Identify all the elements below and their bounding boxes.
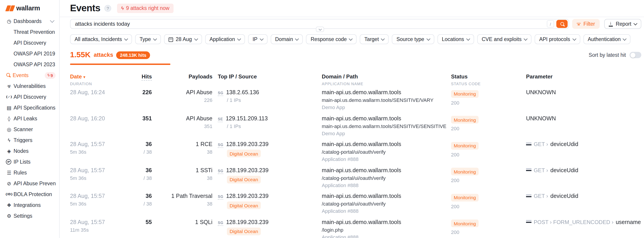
hits-count: 36 (113, 141, 152, 148)
filter-chip-domain[interactable]: Domain (270, 34, 303, 44)
chevron-down-icon (466, 37, 470, 41)
summary-underline (70, 64, 170, 65)
column-header-date[interactable]: Date ▾ DURATION (70, 74, 113, 86)
table-row[interactable]: 28 Aug, 16:24 226 API Abuse 226 SG (70, 89, 641, 115)
sidebar-item-api-abuse-prevention[interactable]: ⊘ API Abuse Prevention (0, 178, 59, 189)
event-duration: 5m 36s (70, 175, 113, 181)
event-path: /catalog-portal/ui/oauth/verify (322, 201, 448, 207)
status-code: 200 (451, 204, 522, 209)
filter-chip-label: CVE and exploits (482, 36, 522, 42)
cell-payloads: API Abuse 226 (152, 89, 212, 115)
chevron-down-icon (153, 37, 157, 41)
help-icon[interactable]: ? (104, 5, 111, 11)
attacks-right-now-label: 9 attacks right now (126, 5, 170, 11)
filter-chip-all-attacks-incidents[interactable]: All attacks, Incidents (70, 34, 132, 44)
event-domain: main-api.us.demo.wallarm.tools (322, 167, 448, 174)
sidebar-item-integrations[interactable]: ❖ Integrations (0, 200, 59, 211)
sidebar-item-triggers[interactable]: ϟ Triggers (0, 135, 59, 146)
filter-chip-authentication[interactable]: Authentication (583, 34, 631, 44)
search-button[interactable] (556, 20, 568, 28)
filter-button[interactable]: Filter (572, 19, 600, 29)
cell-source: SG 128.199.203.239 Digital Ocean (212, 219, 316, 238)
sidebar-item-rules[interactable]: ☰ Rules (0, 167, 59, 178)
sidebar-item-label: API Discovery (14, 40, 46, 45)
cell-domain-path: main-api.us.demo.wallarm.tools /catalog-… (316, 193, 448, 219)
search-input[interactable] (75, 21, 547, 27)
payload-type: 1 SSTi (152, 167, 212, 174)
search-icon (6, 73, 10, 77)
cell-date: 28 Aug, 16:24 (70, 89, 113, 115)
country-code-badge[interactable]: SG (218, 195, 224, 200)
table-row[interactable]: 28 Aug, 15:57 5m 36s 36 / 38 1 SSTi 38 S… (70, 167, 641, 193)
sidebar-item-api-discovery[interactable]: {✓} API Discovery (0, 92, 59, 102)
parameter-prefix: GET › (534, 193, 548, 200)
collapse-filters-button[interactable] (316, 27, 324, 32)
sidebar-item-dashboards[interactable]: ◷ Dashboards (0, 16, 59, 27)
event-date: 28 Aug, 15:57 (70, 219, 113, 226)
http-part-icon (526, 168, 532, 172)
filter-chip-28-aug[interactable]: 28 Aug (164, 34, 202, 44)
sidebar-item-scanner[interactable]: ◎ Scanner (0, 124, 59, 135)
hits-total: / 38 (113, 175, 152, 181)
country-code-badge[interactable]: SG (218, 169, 224, 174)
filter-chip-source-type[interactable]: Source type (392, 34, 434, 44)
sidebar-item-owasp-api-2023[interactable]: OWASP API 2023 (0, 59, 59, 70)
sidebar-item-owasp-api-2019[interactable]: OWASP API 2019 (0, 48, 59, 59)
chevron-down-icon (381, 37, 385, 41)
sidebar-item-ip-lists[interactable]: IP IP Lists (0, 156, 59, 167)
sidebar-item-nodes[interactable]: ◈ Nodes (0, 146, 59, 156)
biohazard-icon: ☣ (6, 83, 13, 89)
country-code-badge[interactable]: SG (218, 143, 224, 148)
payload-count: 38 (152, 175, 212, 181)
event-path: /login.php (322, 227, 448, 233)
sidebar-nav: ◷ Dashboards Threat Prevention API Disco… (0, 16, 59, 221)
cell-parameter: GET › deviceUdid (522, 141, 641, 167)
sidebar-item-events[interactable]: Events ϟ9 (0, 70, 59, 81)
filter-chip-ip[interactable]: IP (248, 34, 268, 44)
sidebar-item-api-leaks[interactable]: ◊ API Leaks (0, 113, 59, 124)
filter-chip-type[interactable]: Type (135, 34, 161, 44)
table-row[interactable]: 28 Aug, 15:57 5m 36s 36 / 38 1 RCE 38 SG (70, 141, 641, 167)
cell-payloads: API Abuse 351 (152, 115, 212, 141)
sidebar-item-api-discovery[interactable]: API Discovery (0, 37, 59, 48)
wallarm-logo[interactable]: wallarm (0, 0, 59, 12)
filter-chip-locations[interactable]: Locations (437, 34, 474, 44)
event-duration: 11m 35s (70, 227, 113, 233)
cell-date: 28 Aug, 15:57 5m 36s (70, 141, 113, 167)
table-row[interactable]: 28 Aug, 15:57 11m 35s 55 1 SQLi SG (70, 219, 641, 238)
attacks-right-now-badge[interactable]: ϟ 9 attacks right now (117, 3, 173, 13)
country-code-badge[interactable]: SG (218, 91, 224, 96)
filter-chip-target[interactable]: Target (360, 34, 389, 44)
sidebar-item-bola-protection[interactable]: {ID} BOLA Protection (0, 189, 59, 200)
filter-chip-api-protocols[interactable]: API protocols (535, 34, 580, 44)
application-name: Application #888 (322, 183, 448, 188)
cell-status: Monitoring 200 (448, 167, 522, 193)
filter-chip-response-code[interactable]: Response code (306, 34, 357, 44)
country-code-badge[interactable]: SE (218, 117, 223, 122)
sidebar-item-label: Threat Prevention (14, 29, 55, 35)
filter-chip-label: 28 Aug (176, 36, 192, 42)
sidebar-item-settings[interactable]: ⚙ Settings (0, 211, 59, 221)
lightning-icon: ϟ (6, 137, 13, 143)
hits-total: / 38 (113, 149, 152, 155)
sidebar-item-threat-prevention[interactable]: Threat Prevention (0, 27, 59, 37)
sidebar-item-api-specifications[interactable]: ▤ API Specifications (0, 102, 59, 113)
cell-payloads: 1 RCE 38 (152, 141, 212, 167)
table-row[interactable]: 28 Aug, 15:57 5m 36s 36 / 38 1 Path Trav… (70, 193, 641, 219)
sidebar-item-label: BOLA Protection (14, 192, 52, 197)
table-row[interactable]: 28 Aug, 16:20 351 API Abuse 351 SE (70, 115, 641, 141)
report-button[interactable]: Report (604, 19, 641, 29)
filter-chips-row: All attacks, Incidents Type 28 Aug (70, 34, 631, 44)
parameter-name: username (616, 219, 641, 225)
sort-desc-icon: ▾ (84, 75, 86, 79)
search-icon (560, 22, 564, 26)
country-code-badge[interactable]: SG (218, 221, 224, 226)
payload-type: API Abuse (152, 115, 212, 122)
droplet-icon: ◊ (6, 116, 13, 121)
filter-chip-cve-and-exploits[interactable]: CVE and exploits (477, 34, 532, 44)
filter-chip-application[interactable]: Application (205, 34, 245, 44)
id-braces-icon: {ID} (6, 193, 13, 196)
payload-type: API Abuse (152, 89, 212, 96)
sidebar-item-vulnerabilities[interactable]: ☣ Vulnerabilities (0, 81, 59, 92)
sort-toggle[interactable] (630, 52, 641, 58)
